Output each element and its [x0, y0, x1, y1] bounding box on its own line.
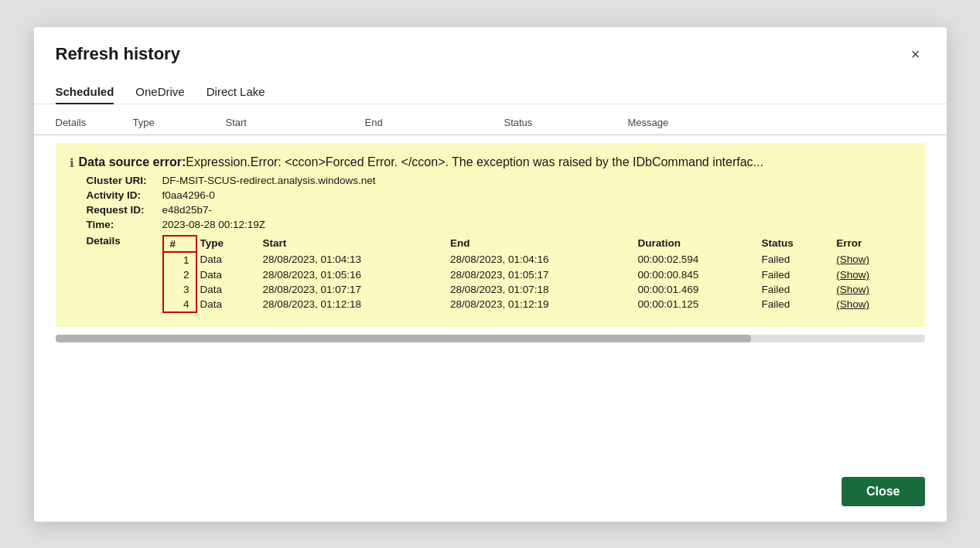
request-id-value: e48d25b7-: [162, 204, 213, 216]
info-rows: Cluster URI: DF-MSIT-SCUS-redirect.analy…: [70, 175, 911, 230]
activity-id-value: f0aa4296-0: [162, 189, 215, 201]
table-row: 2 Data 28/08/2023, 01:05:16 28/08/2023, …: [163, 267, 910, 282]
data-source-error-label: Data source error:: [79, 155, 186, 169]
inner-col-end: End: [447, 236, 634, 252]
table-header-row: Details Type Start End Status Message: [34, 107, 947, 135]
refresh-history-modal: Refresh history × Scheduled OneDrive Dir…: [34, 27, 947, 522]
cell-error: (Show): [833, 267, 910, 282]
inner-table: # Type Start End Duration Status Error 1…: [162, 235, 911, 313]
close-icon[interactable]: ×: [907, 45, 925, 63]
request-id-label: Request ID:: [70, 204, 162, 216]
cell-status: Failed: [759, 282, 834, 297]
time-value: 2023-08-28 00:12:19Z: [162, 219, 266, 230]
cell-num: 3: [163, 282, 196, 297]
inner-table-header: # Type Start End Duration Status Error: [163, 236, 910, 252]
cell-start: 28/08/2023, 01:05:16: [259, 267, 446, 282]
tabs-bar: Scheduled OneDrive Direct Lake: [34, 69, 947, 104]
tab-onedrive[interactable]: OneDrive: [135, 80, 184, 104]
col-details: Details: [56, 117, 133, 128]
cluster-uri-value: DF-MSIT-SCUS-redirect.analysis.windows.n…: [162, 175, 376, 186]
error-panel: ℹ Data source error: Expression.Error: <…: [56, 143, 925, 327]
show-error-button[interactable]: (Show): [836, 284, 869, 295]
inner-col-status: Status: [759, 236, 834, 252]
cell-error: (Show): [833, 297, 910, 312]
data-source-error-row: ℹ Data source error: Expression.Error: <…: [70, 155, 911, 170]
cell-error: (Show): [833, 282, 910, 297]
col-type: Type: [133, 117, 226, 128]
content-area: ℹ Data source error: Expression.Error: <…: [34, 135, 947, 466]
inner-col-start: Start: [259, 236, 446, 252]
table-row: 1 Data 28/08/2023, 01:04:13 28/08/2023, …: [163, 252, 910, 267]
cell-duration: 00:00:02.594: [634, 252, 758, 267]
cell-error: (Show): [833, 252, 910, 267]
cell-status: Failed: [759, 297, 834, 312]
tab-directlake[interactable]: Direct Lake: [207, 80, 265, 104]
table-row: 3 Data 28/08/2023, 01:07:17 28/08/2023, …: [163, 282, 910, 297]
info-icon: ℹ: [70, 156, 74, 170]
cell-duration: 00:00:00.845: [634, 267, 758, 282]
show-error-button[interactable]: (Show): [836, 269, 869, 281]
modal-title: Refresh history: [56, 44, 180, 64]
cell-start: 28/08/2023, 01:04:13: [259, 252, 446, 267]
activity-id-label: Activity ID:: [70, 189, 162, 201]
cell-status: Failed: [759, 267, 834, 282]
col-message: Message: [628, 117, 925, 128]
inner-col-num: #: [163, 236, 196, 252]
horizontal-scrollbar[interactable]: [56, 335, 925, 342]
cell-end: 28/08/2023, 01:07:18: [447, 282, 634, 297]
col-start: Start: [226, 117, 365, 128]
col-status: Status: [504, 117, 628, 128]
cell-start: 28/08/2023, 01:12:18: [259, 297, 446, 312]
cluster-uri-row: Cluster URI: DF-MSIT-SCUS-redirect.analy…: [70, 175, 911, 186]
cell-duration: 00:00:01.469: [634, 282, 758, 297]
cell-type: Data: [196, 252, 260, 267]
show-error-button[interactable]: (Show): [836, 298, 869, 310]
inner-col-type: Type: [196, 236, 260, 252]
cell-end: 28/08/2023, 01:04:16: [447, 252, 634, 267]
inner-col-error: Error: [833, 236, 910, 252]
cell-type: Data: [196, 297, 260, 312]
col-end: End: [365, 117, 504, 128]
cell-duration: 00:00:01.125: [634, 297, 758, 312]
close-button[interactable]: Close: [842, 477, 925, 506]
request-id-row: Request ID: e48d25b7-: [70, 204, 911, 216]
cell-end: 28/08/2023, 01:05:17: [447, 267, 634, 282]
modal-footer: Close: [34, 466, 947, 522]
activity-id-row: Activity ID: f0aa4296-0: [70, 189, 911, 201]
time-row: Time: 2023-08-28 00:12:19Z: [70, 219, 911, 230]
cell-type: Data: [196, 282, 260, 297]
cell-num: 4: [163, 297, 196, 312]
cell-num: 2: [163, 267, 196, 282]
cell-type: Data: [196, 267, 260, 282]
inner-col-duration: Duration: [634, 236, 758, 252]
cell-end: 28/08/2023, 01:12:19: [447, 297, 634, 312]
table-row: 4 Data 28/08/2023, 01:12:18 28/08/2023, …: [163, 297, 910, 312]
scrollbar-thumb[interactable]: [56, 335, 751, 342]
cell-num: 1: [163, 252, 196, 267]
data-source-error-value: Expression.Error: <ccon>Forced Error. </…: [186, 155, 763, 169]
show-error-button[interactable]: (Show): [836, 254, 869, 265]
details-label: Details: [70, 235, 162, 247]
tab-scheduled[interactable]: Scheduled: [56, 80, 114, 104]
details-inner-row: Details # Type Start End Duration Status…: [70, 235, 911, 313]
time-label: Time:: [70, 219, 162, 230]
modal-header: Refresh history ×: [34, 27, 947, 64]
cell-start: 28/08/2023, 01:07:17: [259, 282, 446, 297]
cluster-uri-label: Cluster URI:: [70, 175, 162, 186]
cell-status: Failed: [759, 252, 834, 267]
